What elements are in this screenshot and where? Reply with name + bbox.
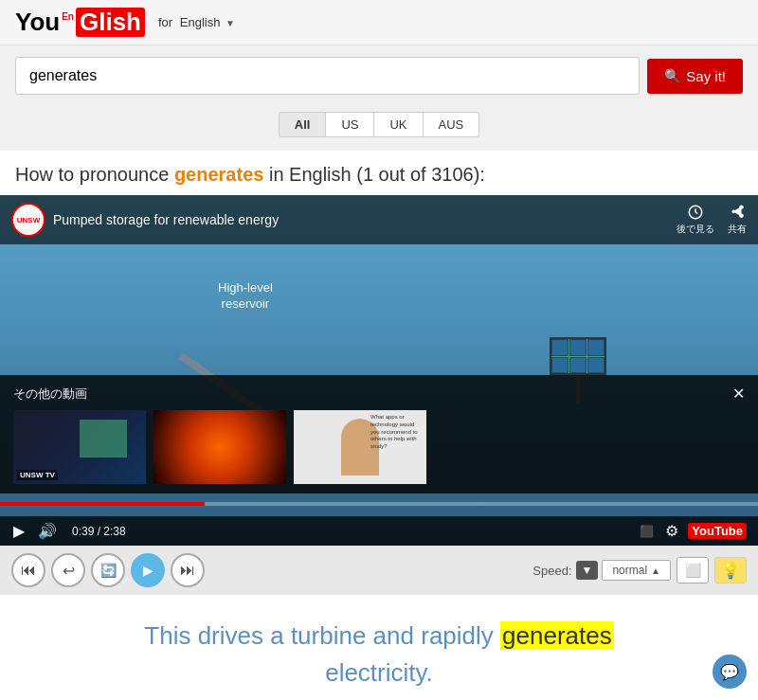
- search-input[interactable]: [15, 57, 640, 95]
- transcript-before: This drives a turbine and rapidly: [144, 621, 500, 650]
- overlay-thumbnails: UNSW TV What apps or technology would yo…: [13, 410, 745, 484]
- video-overlay: その他の動画 ✕ UNSW TV What apps or technology…: [0, 375, 758, 494]
- thumb3-text: What apps or technology would you recomm…: [370, 414, 423, 451]
- speed-value-box: normal ▲: [602, 560, 671, 581]
- video-title: Pumped storage for renewable energy: [53, 212, 669, 227]
- chat-icon: 💬: [720, 663, 739, 681]
- logo-you: You: [15, 8, 60, 37]
- loop-btn[interactable]: 🔄: [91, 553, 125, 587]
- logo[interactable]: YouEnGlish: [15, 8, 145, 37]
- tab-aus[interactable]: AUS: [424, 112, 480, 137]
- search-icon: 🔍: [664, 68, 680, 83]
- video-top-actions: 後で見る 共有: [677, 204, 747, 236]
- video-top-bar: UNSW Pumped storage for renewable energy…: [0, 195, 758, 244]
- video-time: 0:39 / 2:38: [72, 525, 126, 538]
- transcript-highlight: generates: [500, 621, 614, 650]
- watch-later-btn[interactable]: 後で見る: [677, 204, 714, 236]
- lang-dropdown-arrow[interactable]: ▼: [226, 18, 235, 28]
- say-it-button[interactable]: 🔍 Say it!: [647, 59, 743, 94]
- next-btn[interactable]: ⏭: [171, 553, 205, 587]
- settings-btn[interactable]: ⚙: [663, 522, 680, 540]
- play-pause-btn[interactable]: ▶: [11, 522, 27, 540]
- speed-up-arrow[interactable]: ▲: [651, 565, 660, 576]
- logo-en: En: [60, 10, 76, 23]
- video-progress-bar[interactable]: [0, 502, 758, 506]
- tab-uk[interactable]: UK: [374, 112, 423, 137]
- subtitles-btn[interactable]: ⬛: [638, 525, 656, 538]
- speed-value: normal: [612, 564, 647, 577]
- youtube-logo: YouTube: [688, 524, 747, 538]
- channel-logo: UNSW: [11, 203, 45, 237]
- header: YouEnGlish for English ▼: [0, 0, 758, 45]
- overlay-close-btn[interactable]: ✕: [732, 385, 745, 403]
- tab-us[interactable]: US: [326, 112, 374, 137]
- thumb-2[interactable]: [153, 410, 286, 484]
- video-frame[interactable]: UNSW Pumped storage for renewable energy…: [0, 195, 758, 546]
- video-controls: ▶ 🔊 0:39 / 2:38 ⬛ ⚙ YouTube: [0, 516, 758, 546]
- video-progress-fill: [0, 502, 205, 506]
- filter-tabs: All US UK AUS: [0, 106, 758, 151]
- volume-btn[interactable]: 🔊: [36, 522, 59, 540]
- thumb-3[interactable]: What apps or technology would you recomm…: [294, 410, 426, 484]
- video-wrapper: UNSW Pumped storage for renewable energy…: [0, 195, 758, 546]
- speed-control: Speed: ▼ normal ▲: [532, 560, 671, 581]
- replay-btn[interactable]: ↩: [51, 553, 85, 587]
- thumb-1[interactable]: UNSW TV: [13, 410, 146, 484]
- svg-line-2: [695, 212, 697, 214]
- reservoir-label: High-levelreservoir: [218, 280, 273, 313]
- search-area: 🔍 Say it!: [0, 45, 758, 106]
- chat-button[interactable]: 💬: [713, 655, 747, 689]
- speed-label: Speed:: [532, 564, 571, 578]
- transcript-text: This drives a turbine and rapidly genera…: [15, 618, 743, 691]
- view-btn[interactable]: ⬜: [677, 557, 709, 583]
- player-controls: ⏮ ↩ 🔄 ▶ ⏭ Speed: ▼ normal ▲ ⬜ 💡: [0, 546, 758, 595]
- overlay-header: その他の動画 ✕: [13, 385, 745, 403]
- tab-all[interactable]: All: [279, 112, 327, 137]
- transcript: This drives a turbine and rapidly genera…: [0, 595, 758, 700]
- vc-right: ⬛ ⚙ YouTube: [638, 522, 747, 540]
- play-btn[interactable]: ▶: [131, 553, 165, 587]
- logo-glish: Glish: [76, 8, 145, 37]
- speed-dropdown[interactable]: ▼: [576, 561, 599, 580]
- header-lang: for English ▼: [158, 15, 235, 29]
- rewind-start-btn[interactable]: ⏮: [11, 553, 45, 587]
- overlay-title: その他の動画: [13, 386, 87, 403]
- bulb-btn[interactable]: 💡: [714, 557, 747, 583]
- share-btn[interactable]: 共有: [728, 204, 747, 236]
- pronun-heading: How to pronounce generates in English (1…: [0, 151, 758, 195]
- transcript-after: electricity.: [325, 658, 433, 687]
